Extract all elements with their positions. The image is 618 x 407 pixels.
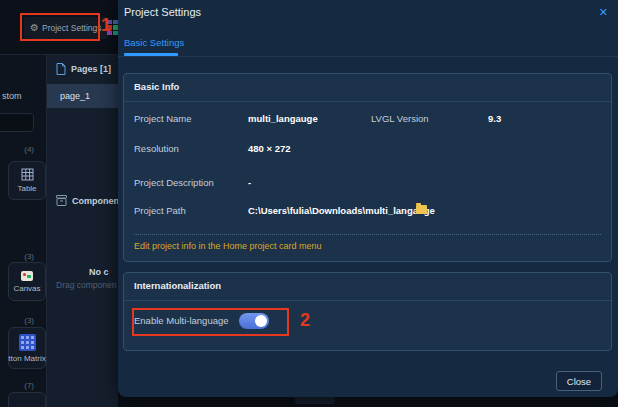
group-count: (3) [0,316,34,325]
widget-panel: stom (4) Table (3) Canvas (3) tton Matri… [0,55,47,407]
folder-icon[interactable] [416,205,427,214]
group-count: (4) [0,145,34,154]
field-value: multi_langauge [248,113,318,124]
table-icon [21,168,34,181]
gear-icon: ⚙ [30,23,39,33]
internationalization-card: Internationalization Enable Multi-langua… [123,272,612,351]
widget-card-partial[interactable] [8,392,46,407]
internationalization-header: Internationalization [134,280,221,291]
divider [124,300,611,301]
group-count: (7) [0,381,34,390]
tabs-divider [118,56,618,57]
components-empty-hint: Drag componen [56,280,116,290]
field-label: Resolution [134,143,179,154]
components-header-label: Componen [72,196,119,206]
field-value: C:\Users\fulia\Downloads\multi_langauge [248,205,435,216]
multi-language-toggle[interactable] [239,313,269,329]
close-icon[interactable]: ✕ [597,4,610,21]
basic-info-header: Basic Info [134,81,179,92]
tab-basic-settings[interactable]: Basic Settings [124,37,184,48]
widget-card-button-matrix[interactable]: tton Matrix [8,327,46,369]
divider [124,101,611,102]
page-list-item[interactable]: page_1 [47,84,118,108]
basic-info-card: Basic Info Project Name multi_langauge L… [123,73,612,262]
components-box-icon [56,195,67,206]
project-settings-label: Project Settings [42,23,102,33]
background-notch [295,397,335,404]
components-empty-title: No c [89,267,109,277]
field-value: - [248,177,251,188]
group-count: (3) [0,252,34,261]
annotation-number-2: 2 [300,310,310,331]
field-label: LVGL Version [371,113,429,124]
project-settings-modal: Project Settings ✕ Basic Settings Basic … [118,0,618,397]
widget-label: Canvas [13,284,40,293]
custom-tab-label[interactable]: stom [2,91,22,101]
app-screen: ⚙ Project Settings stom (4) Table (3) [0,0,618,407]
field-label: Project Path [134,205,186,216]
components-header: Componen [56,195,119,206]
widget-card-table[interactable]: Table [8,161,46,200]
pages-panel: Pages [1] page_1 Componen No c Drag comp… [47,55,118,407]
multi-language-label: Enable Multi-language [134,315,229,326]
field-label: Project Name [134,113,192,124]
annotation-number-1: 1 [101,15,111,36]
widget-label: tton Matrix [8,354,45,363]
project-settings-button[interactable]: ⚙ Project Settings [24,17,108,39]
field-value: 480 × 272 [248,143,291,154]
page-name: page_1 [60,91,90,101]
field-value: 9.3 [488,113,501,124]
close-button-label: Close [567,376,591,387]
page-icon [56,63,66,75]
widget-card-canvas[interactable]: Canvas [8,262,46,301]
pages-header-label: Pages [1] [71,64,111,74]
button-matrix-icon [19,334,36,351]
field-label: Project Description [134,177,214,188]
toggle-knob [255,315,267,327]
modal-title: Project Settings [124,6,201,18]
widget-search-input[interactable] [0,113,34,132]
close-button[interactable]: Close [556,371,602,391]
widget-label: Table [17,184,36,193]
dotted-divider [134,234,601,235]
pages-header: Pages [1] [56,63,111,75]
canvas-icon [21,271,33,281]
edit-info-note[interactable]: Edit project info in the Home project ca… [134,241,322,251]
